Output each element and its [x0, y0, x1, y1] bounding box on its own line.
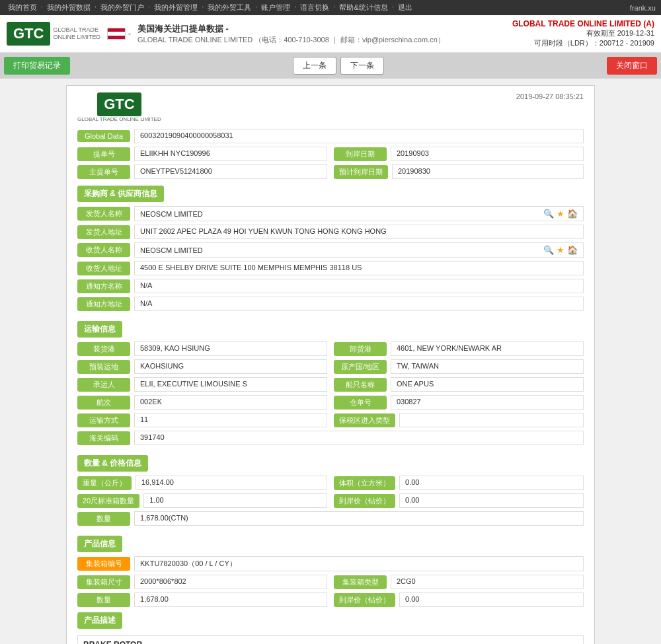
- loading-port-label: 预装运地: [77, 360, 130, 374]
- warehouse-label: 仓单号: [334, 396, 387, 410]
- shipper-search-icon[interactable]: 🔍: [543, 209, 554, 219]
- consignee-star-icon[interactable]: ★: [557, 245, 564, 255]
- doc-header: GTC GLOBAL TRADE ONLINE LIMITED 2019-09-…: [77, 92, 584, 122]
- voyage-label: 航次: [77, 396, 130, 410]
- nav-my-portal[interactable]: 我的外贸门户: [100, 3, 144, 13]
- warehouse-value: 030827: [391, 395, 584, 410]
- consignee-name-label: 收货人名称: [77, 243, 130, 257]
- shipper-addr-value: UNIT 2602 APEC PLAZA 49 HOI YUEN KWUN TO…: [134, 225, 584, 239]
- nav-home[interactable]: 我的首页: [8, 3, 37, 13]
- container20-row: 20尺标准箱数量 1.00 到岸价（钻价） 0.00: [77, 493, 584, 508]
- print-button-top[interactable]: 打印贸易记录: [4, 57, 70, 75]
- customs-label: 海关编码: [77, 431, 130, 445]
- arrival-price-value: 0.00: [399, 493, 584, 508]
- nav-my-data[interactable]: 我的外贸数据: [47, 3, 91, 13]
- quantity-label: 数量: [77, 512, 130, 526]
- flag-area: -: [107, 28, 131, 40]
- notify-name-value: N/A: [134, 279, 584, 293]
- consignee-name-value: NEOSCM LIMITED: [140, 246, 541, 254]
- voyage-row: 航次 002EK 仓单号 030827: [77, 395, 584, 410]
- product-qty-label: 数量: [77, 593, 130, 607]
- doc-logo-sub: GLOBAL TRADE ONLINE LIMITED: [77, 116, 161, 122]
- shipper-name-value: NEOSCM LIMITED: [140, 210, 541, 218]
- weight-label: 重量（公斤）: [77, 476, 132, 490]
- origin-port-value: 58309, KAO HSIUNG: [134, 341, 327, 356]
- container20-value: 1.00: [143, 493, 327, 508]
- consignee-name-row: 收货人名称 NEOSCM LIMITED 🔍 ★ 🏠: [77, 242, 584, 258]
- nav-my-tools[interactable]: 我的外贸工具: [208, 3, 251, 13]
- consignee-home-icon[interactable]: 🏠: [567, 245, 578, 255]
- us-flag: [107, 28, 126, 40]
- doc-timestamp: 2019-09-27 08:35:21: [516, 92, 584, 100]
- master-bill-col: 主提单号 ONEYTPEV51241800: [77, 164, 327, 179]
- shipper-addr-label: 发货人地址: [77, 225, 130, 239]
- buyer-section-header: 采购商 & 供应商信息: [77, 186, 164, 202]
- bill-label: 提单号: [77, 147, 130, 161]
- right-company: GLOBAL TRADE ONLINE LIMITED (A): [512, 19, 654, 28]
- consignee-addr-row: 收货人地址 4500 E SHELBY DRIVE SUITE 100 MEMP…: [77, 261, 584, 275]
- vessel-label: 船只名称: [334, 378, 387, 392]
- container-size-row: 集装箱尺寸 2000*806*802 集装箱类型 2CG0: [77, 575, 584, 589]
- master-bill-row: 主提单号 ONEYTPEV51241800 预计到岸日期 20190830: [77, 164, 584, 179]
- vessel-value: ONE APUS: [391, 377, 584, 392]
- header-title-block: 美国海关进口提单数据 - GLOBAL TRADE ONLINE LIMITED…: [137, 23, 445, 45]
- global-data-label: Global Data: [77, 130, 130, 142]
- arrival-date-label: 到岸日期: [334, 147, 387, 161]
- logo: GTC GLOBAL TRADEONLINE LIMITED: [7, 22, 100, 46]
- transport-mode-row: 运输方式 11 保税区进入类型: [77, 413, 584, 427]
- company-contact: GLOBAL TRADE ONLINE LIMITED （电话：400-710-…: [137, 35, 445, 45]
- notify-name-row: 通知方名称 N/A: [77, 279, 584, 293]
- weight-row: 重量（公斤） 16,914.00 体积（立方米） 0.00: [77, 476, 584, 490]
- arrival-date-col: 到岸日期 20190903: [334, 147, 584, 161]
- bonded-label: 保税区进入类型: [334, 413, 395, 427]
- container-type-label: 集装箱类型: [334, 575, 387, 589]
- consignee-addr-label: 收货人地址: [77, 262, 130, 275]
- volume-value: 0.00: [399, 476, 584, 490]
- origin-country-value: TW, TAIWAN: [391, 359, 584, 374]
- nav-my-mgmt[interactable]: 我的外贸管理: [154, 3, 198, 13]
- close-button-top[interactable]: 关闭窗口: [607, 57, 657, 75]
- main-content: GTC GLOBAL TRADE ONLINE LIMITED 2019-09-…: [0, 79, 661, 644]
- next-button-top[interactable]: 下一条: [340, 57, 384, 75]
- header-right: GLOBAL TRADE ONLINE LIMITED (A) 有效期至 201…: [512, 19, 654, 48]
- nav-logout[interactable]: 退出: [398, 3, 412, 13]
- shipper-star-icon[interactable]: ★: [557, 209, 564, 219]
- global-data-row: Global Data 60032019090400000058031: [77, 129, 584, 143]
- container-no-value: KKTU7820030（00 / L / CY）: [134, 556, 584, 571]
- username: frank.xu: [630, 4, 656, 12]
- arrival-price-label: 到岸价（钻价）: [334, 494, 395, 508]
- product-desc-value: BRAKE ROTOR: [77, 635, 584, 644]
- quantity-value: 1,678.00(CTN): [134, 511, 584, 526]
- port-row: 装货港 58309, KAO HSIUNG 卸货港 4601, NEW YORK…: [77, 341, 584, 356]
- container-no-label: 集装箱编号: [77, 557, 130, 571]
- nav-account[interactable]: 账户管理: [261, 3, 290, 13]
- prev-button-top[interactable]: 上一条: [293, 57, 336, 75]
- shipper-home-icon[interactable]: 🏠: [567, 209, 578, 219]
- product-qty-row: 数量 1,678.00 到岸价（钻价） 0.00: [77, 592, 584, 607]
- global-data-value: 60032019090400000058031: [134, 129, 584, 143]
- page-title: 美国海关进口提单数据 -: [137, 23, 445, 35]
- nav-lang[interactable]: 语言切换: [300, 3, 329, 13]
- origin-country-label: 原产国/地区: [334, 360, 387, 374]
- doc-logo-gtc: GTC: [97, 92, 141, 116]
- shipper-addr-row: 发货人地址 UNIT 2602 APEC PLAZA 49 HOI YUEN K…: [77, 225, 584, 239]
- transport-mode-label: 运输方式: [77, 413, 130, 427]
- origin-port-label: 装货港: [77, 342, 130, 356]
- bill-value: ELIIKHH NYC190996: [134, 147, 327, 161]
- document-card: GTC GLOBAL TRADE ONLINE LIMITED 2019-09-…: [66, 85, 595, 644]
- consignee-search-icon[interactable]: 🔍: [543, 245, 554, 255]
- quantity-row: 数量 1,678.00(CTN): [77, 511, 584, 526]
- container-type-value: 2CG0: [391, 575, 584, 589]
- quantity-section-header: 数量 & 价格信息: [77, 455, 148, 472]
- arrival-date-value: 20190903: [391, 147, 584, 161]
- notify-addr-row: 通知方地址 N/A: [77, 297, 584, 311]
- product-qty-value: 1,678.00: [134, 592, 327, 607]
- arrival-price2-label: 到岸价（钻价）: [334, 593, 395, 607]
- nav-links[interactable]: 我的首页 · 我的外贸数据 · 我的外贸门户 · 我的外贸管理 · 我的外贸工具…: [5, 3, 415, 13]
- dest-port-value: 4601, NEW YORK/NEWARK AR: [391, 341, 584, 356]
- consignee-icons[interactable]: 🔍 ★ 🏠: [543, 245, 578, 255]
- nav-help[interactable]: 帮助&统计信息: [339, 3, 387, 13]
- transport-section-header: 运输信息: [77, 321, 122, 338]
- shipper-name-label: 发货人名称: [77, 207, 130, 221]
- shipper-icons[interactable]: 🔍 ★ 🏠: [543, 209, 578, 219]
